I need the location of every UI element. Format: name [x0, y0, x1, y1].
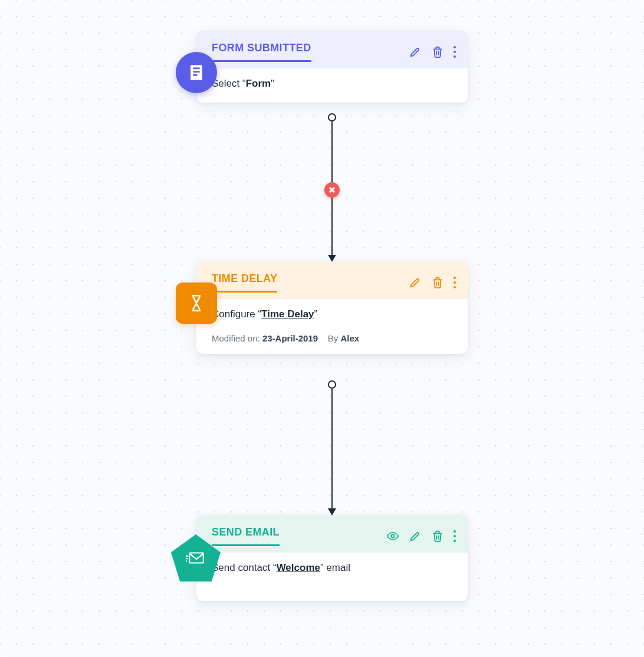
- connector-arrowhead: [328, 255, 336, 262]
- node-title: FORM SUBMITTED: [212, 42, 311, 62]
- node-title: TIME DELAY: [212, 272, 277, 293]
- pencil-icon: [409, 45, 422, 58]
- eye-icon: [386, 530, 399, 543]
- delete-button[interactable]: [431, 530, 444, 543]
- meta-modified-value: 23-April-2019: [262, 333, 318, 343]
- more-menu-button[interactable]: [454, 277, 456, 288]
- more-menu-button[interactable]: [454, 46, 456, 58]
- delete-button[interactable]: [431, 276, 444, 289]
- workflow-canvas[interactable]: FORM SUBMITTED Select “Form": [0, 0, 644, 657]
- node-send-email[interactable]: SEND EMAIL Send contact “Welcome” email: [196, 515, 468, 601]
- more-menu-button[interactable]: [454, 530, 456, 542]
- meta-by-label: By: [328, 333, 339, 343]
- node-form-submitted[interactable]: FORM SUBMITTED Select “Form": [196, 31, 468, 103]
- body-prefix: Select “: [212, 78, 246, 89]
- node-meta: Modified on: 23-April-2019 By Alex: [196, 333, 468, 354]
- envelope-icon: [186, 548, 206, 568]
- node-body: Select “Form": [196, 68, 468, 103]
- body-suffix: ": [271, 78, 274, 89]
- preview-button[interactable]: [386, 530, 399, 543]
- svg-point-1: [391, 534, 395, 538]
- body-suffix: ” email: [320, 562, 350, 573]
- node-body: Send contact “Welcome” email: [196, 553, 468, 601]
- body-prefix: Send contact “: [212, 562, 277, 573]
- form-icon: [186, 63, 206, 83]
- connector-arrowhead: [328, 508, 336, 515]
- node-delay-icon-badge: [176, 282, 217, 324]
- pencil-icon: [409, 276, 422, 289]
- body-suffix: ”: [314, 308, 318, 320]
- delete-connector-button[interactable]: [324, 182, 340, 198]
- node-body: Configure “Time Delay”: [196, 299, 468, 333]
- close-icon: [328, 186, 336, 193]
- pencil-icon: [409, 530, 422, 543]
- body-highlight: Welcome: [277, 562, 320, 573]
- node-email-icon-badge: [171, 534, 221, 582]
- body-highlight: Form: [246, 78, 271, 89]
- delete-button[interactable]: [431, 45, 444, 58]
- edit-button[interactable]: [409, 45, 422, 58]
- meta-by-value: Alex: [340, 333, 359, 343]
- hourglass-icon: [186, 293, 206, 313]
- trash-icon: [431, 530, 444, 543]
- edit-button[interactable]: [409, 276, 422, 289]
- body-prefix: Configure “: [212, 308, 261, 320]
- body-highlight: Time Delay: [261, 308, 314, 320]
- node-time-delay[interactable]: TIME DELAY Configure “Time Delay” Modifi…: [196, 262, 468, 354]
- node-title: SEND EMAIL: [212, 526, 280, 546]
- meta-modified-label: Modified on:: [212, 333, 260, 343]
- trash-icon: [431, 276, 444, 289]
- connector-start-node[interactable]: [328, 380, 336, 389]
- node-form-icon-badge: [176, 52, 217, 93]
- edit-button[interactable]: [409, 530, 422, 543]
- trash-icon: [431, 45, 444, 58]
- connector-start-node[interactable]: [328, 113, 336, 121]
- svg-rect-2: [189, 553, 203, 563]
- connector-line: [331, 389, 333, 509]
